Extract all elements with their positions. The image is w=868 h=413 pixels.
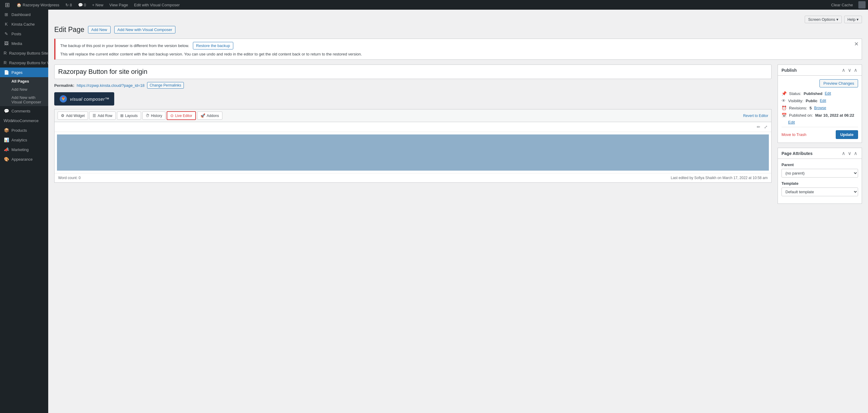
status-edit-link[interactable]: Edit xyxy=(825,91,831,95)
sidebar-meta-column: Publish ∧ ∨ ∧ Preview Changes xyxy=(778,64,862,209)
layouts-button[interactable]: ⊞ Layouts xyxy=(117,112,141,120)
editor-pencil-button[interactable]: ✏ xyxy=(755,124,762,130)
publish-close-button[interactable]: ∧ xyxy=(853,67,858,73)
template-label: Template xyxy=(781,181,858,186)
appearance-icon: 🎨 xyxy=(4,157,9,161)
razorpay-siteorigin-icon: R xyxy=(4,51,7,56)
backup-close-button[interactable]: ✕ xyxy=(854,41,859,47)
permalink-link[interactable]: https://rzpwp.kinsta.cloud/?page_id=18 xyxy=(76,83,144,88)
editor-column: Permalink: https://rzpwp.kinsta.cloud/?p… xyxy=(54,64,772,183)
publish-metabox: Publish ∧ ∨ ∧ Preview Changes xyxy=(778,64,862,143)
adminbar-view-page[interactable]: View Page xyxy=(106,0,131,10)
marketing-icon: 📣 xyxy=(4,147,9,152)
submenu-all-pages[interactable]: All Pages xyxy=(0,77,48,85)
products-icon: 📦 xyxy=(4,128,9,132)
editor-footer: Word count: 0 Last edited by Sofiya Shai… xyxy=(55,173,771,182)
published-on-icon: 📅 xyxy=(781,113,786,118)
revert-editor-button[interactable]: Revert to Editor xyxy=(743,114,768,118)
backup-notice: ✕ The backup of this post in your browse… xyxy=(54,38,862,60)
razorpay-vc-icon: R xyxy=(4,60,7,65)
submenu-add-new-vc[interactable]: Add New with Visual Composer xyxy=(0,93,48,106)
adminbar-clear-cache[interactable]: Clear Cache xyxy=(828,0,856,10)
addons-button[interactable]: 🚀 Addons xyxy=(197,112,222,120)
page-header: Edit Page Add New Add New with Visual Co… xyxy=(54,26,862,34)
page-attr-close-button[interactable]: ∧ xyxy=(853,150,858,156)
sidebar-item-products[interactable]: 📦 Products xyxy=(0,125,48,135)
pages-submenu: All Pages Add New Add New with Visual Co… xyxy=(0,77,48,106)
sidebar-item-comments[interactable]: 💬 Comments xyxy=(0,106,48,116)
pages-icon: 📄 xyxy=(4,70,9,75)
visibility-value: Public xyxy=(806,98,817,103)
sidebar-item-pages[interactable]: 📄 Pages xyxy=(0,67,48,77)
revisions-value: 5 xyxy=(809,106,812,110)
update-button[interactable]: Update xyxy=(836,130,858,139)
adminbar-new[interactable]: + New xyxy=(89,0,106,10)
preview-changes-button[interactable]: Preview Changes xyxy=(819,79,858,87)
visibility-icon: 👁 xyxy=(781,98,786,103)
sidebar-item-marketing[interactable]: 📣 Marketing xyxy=(0,145,48,154)
sidebar-item-analytics[interactable]: 📊 Analytics xyxy=(0,135,48,145)
restore-backup-button[interactable]: Restore the backup xyxy=(193,42,234,50)
screen-options-button[interactable]: Screen Options ▾ xyxy=(805,16,841,23)
adminbar-site-name[interactable]: 🏠 Razorpay Wordpress xyxy=(13,0,62,10)
submenu-add-new[interactable]: Add New xyxy=(0,85,48,93)
page-title: Edit Page xyxy=(54,26,84,34)
addons-icon: 🚀 xyxy=(200,113,205,118)
change-permalinks-button[interactable]: Change Permalinks xyxy=(147,82,184,89)
sidebar-item-media[interactable]: 🖼 Media xyxy=(0,38,48,48)
page-attributes-title: Page Attributes xyxy=(781,151,812,156)
visibility-edit-link[interactable]: Edit xyxy=(820,98,826,103)
add-row-button[interactable]: ☰ Add Row xyxy=(89,112,116,120)
editor-resize-button[interactable]: ⤢ xyxy=(763,124,769,130)
layouts-icon: ⊞ xyxy=(120,113,124,118)
permalink-row: Permalink: https://rzpwp.kinsta.cloud/?p… xyxy=(54,82,772,89)
post-title-input[interactable] xyxy=(54,64,772,79)
svg-point-2 xyxy=(62,97,64,98)
sidebar-item-dashboard[interactable]: ⊞ Dashboard xyxy=(0,10,48,19)
revisions-browse-link[interactable]: Browse xyxy=(814,106,826,110)
screen-meta-bar: Screen Options ▾ Help ▾ xyxy=(54,16,862,23)
published-on-edit-link[interactable]: Edit xyxy=(788,120,795,124)
help-button[interactable]: Help ▾ xyxy=(844,16,862,23)
sidebar-item-appearance[interactable]: 🎨 Appearance xyxy=(0,154,48,164)
page-attr-collapse-down-button[interactable]: ∨ xyxy=(847,150,852,156)
sidebar-item-razorpay-vc[interactable]: R Razorpay Buttons for Visual Composer xyxy=(0,58,48,67)
sidebar-item-kinsta-cache[interactable]: K Kinsta Cache xyxy=(0,19,48,29)
sidebar-item-posts[interactable]: ✎ Posts xyxy=(0,29,48,38)
revisions-icon: ⏰ xyxy=(781,106,786,110)
adminbar-updates[interactable]: ↻ 8 xyxy=(62,0,75,10)
published-on-value: Mar 10, 2022 at 06:22 xyxy=(815,113,854,118)
posts-icon: ✎ xyxy=(4,31,9,36)
publish-collapse-down-button[interactable]: ∨ xyxy=(847,67,852,73)
woocommerce-icon: Woo xyxy=(4,118,9,123)
avatar[interactable] xyxy=(858,1,866,8)
page-attr-collapse-up-button[interactable]: ∧ xyxy=(841,150,846,156)
template-select[interactable]: Default template xyxy=(781,187,858,196)
publish-title: Publish xyxy=(781,68,797,72)
visual-composer-button[interactable]: visual composer™ xyxy=(54,92,114,106)
published-on-label: Published on: xyxy=(789,113,813,118)
add-new-vc-button[interactable]: Add New with Visual Composer xyxy=(114,26,176,33)
page-attributes-metabox: Page Attributes ∧ ∨ ∧ Parent (no parent)… xyxy=(778,148,862,204)
live-editor-button[interactable]: ⊙ Live Editor xyxy=(167,111,196,120)
adminbar-edit-vc[interactable]: Edit with Visual Composer xyxy=(131,0,183,10)
history-button[interactable]: ⏱ History xyxy=(142,112,165,120)
parent-select[interactable]: (no parent) xyxy=(781,169,858,178)
wp-logo-icon[interactable]: ⊞ xyxy=(2,1,12,8)
status-icon: 📌 xyxy=(781,91,786,96)
adminbar-comments[interactable]: 💬 0 xyxy=(75,0,89,10)
add-new-button[interactable]: Add New xyxy=(88,26,111,33)
add-widget-icon: ⚙ xyxy=(61,113,64,118)
word-count: Word count: 0 xyxy=(58,176,81,180)
sidebar: ⊞ Dashboard K Kinsta Cache ✎ Posts 🖼 Med… xyxy=(0,10,48,413)
vc-logo-icon xyxy=(59,95,67,103)
sidebar-item-razorpay-siteorigin[interactable]: R Razorpay Buttons SiteOrigin xyxy=(0,48,48,58)
live-editor-icon: ⊙ xyxy=(170,113,174,118)
publish-collapse-up-button[interactable]: ∧ xyxy=(841,67,846,73)
add-widget-button[interactable]: ⚙ Add Widget xyxy=(58,112,88,120)
backup-notice-text1: The backup of this post in your browser … xyxy=(60,43,189,48)
revisions-label: Revisions: xyxy=(789,106,807,110)
sidebar-item-woocommerce[interactable]: Woo WooCommerce xyxy=(0,116,48,125)
move-to-trash-link[interactable]: Move to Trash xyxy=(781,132,806,137)
vc-label: visual composer™ xyxy=(70,96,110,101)
